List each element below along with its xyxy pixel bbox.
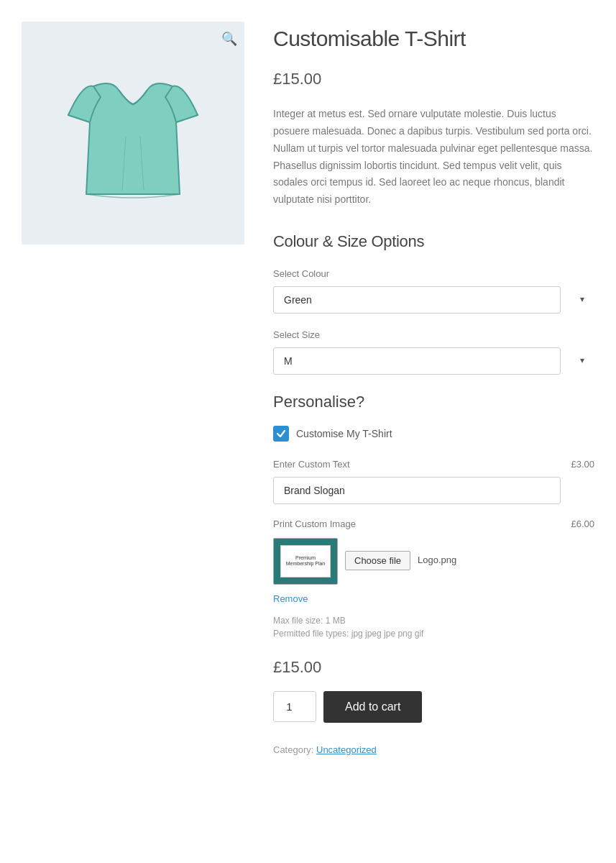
size-select[interactable]: XS S M L XL — [273, 347, 561, 375]
size-select-wrapper: XS S M L XL ▾ — [273, 347, 594, 375]
choose-file-button[interactable]: Choose file — [345, 551, 410, 570]
product-description: Integer at metus est. Sed ornare vulputa… — [273, 106, 594, 209]
checkmark-icon — [276, 429, 286, 439]
personalise-section: Personalise? Customise My T-Shirt Enter … — [273, 389, 594, 640]
size-select-arrow: ▾ — [580, 354, 584, 367]
permitted-types: Permitted file types: jpg jpeg jpe png g… — [273, 627, 594, 640]
product-layout: 🔍 — [22, 22, 594, 758]
preview-text: Premium Membership Plan — [283, 555, 328, 567]
image-upload-label: Print Custom Image — [273, 517, 356, 532]
zoom-icon[interactable]: 🔍 — [221, 29, 237, 50]
product-image-col: 🔍 — [22, 22, 244, 245]
personalise-title: Personalise? — [273, 389, 594, 414]
product-image-wrapper: 🔍 — [22, 22, 244, 245]
quantity-input[interactable] — [273, 691, 316, 722]
price-total: £15.00 — [273, 654, 594, 680]
colour-select[interactable]: Green Blue Red White Black — [273, 286, 561, 314]
custom-text-input[interactable] — [273, 477, 561, 504]
file-controls: Choose file Logo.png — [345, 551, 456, 575]
file-name-display: Logo.png — [418, 553, 456, 568]
category-label: Category: — [273, 744, 313, 755]
image-preview-inner: Premium Membership Plan — [280, 545, 331, 577]
product-price-display: £15.00 — [273, 66, 594, 91]
category-link[interactable]: Uncategorized — [316, 744, 377, 755]
colour-select-arrow: ▾ — [580, 293, 584, 306]
custom-text-field: Enter Custom Text £3.00 — [273, 457, 594, 504]
file-upload-row: Premium Membership Plan Choose file Logo… — [273, 538, 594, 588]
tshirt-illustration — [54, 50, 212, 216]
image-preview-area: Premium Membership Plan Choose file Logo… — [273, 538, 594, 640]
size-field: Select Size XS S M L XL ▾ — [273, 328, 594, 375]
colour-label: Select Colour — [273, 267, 594, 282]
product-details-col: Customisable T-Shirt £15.00 Integer at m… — [273, 22, 594, 758]
customise-checkbox[interactable] — [273, 426, 289, 442]
max-file-size: Max file size: 1 MB — [273, 614, 594, 627]
file-choose-row: Choose file Logo.png — [345, 551, 456, 570]
customise-checkbox-row: Customise My T-Shirt — [273, 426, 594, 442]
options-section-title: Colour & Size Options — [273, 229, 594, 254]
custom-text-price: £3.00 — [571, 457, 594, 472]
size-label: Select Size — [273, 328, 594, 343]
image-preview-box: Premium Membership Plan — [273, 538, 338, 585]
custom-text-label: Enter Custom Text — [273, 457, 350, 472]
add-to-cart-row: Add to cart — [273, 691, 594, 723]
custom-text-header: Enter Custom Text £3.00 — [273, 457, 594, 472]
add-to-cart-button[interactable]: Add to cart — [323, 691, 422, 723]
product-title: Customisable T-Shirt — [273, 22, 594, 56]
category-row: Category: Uncategorized — [273, 743, 594, 758]
colour-field: Select Colour Green Blue Red White Black… — [273, 267, 594, 314]
colour-select-wrapper: Green Blue Red White Black ▾ — [273, 286, 594, 314]
image-upload-section: Print Custom Image £6.00 Premium Members… — [273, 517, 594, 640]
customise-checkbox-label: Customise My T-Shirt — [296, 426, 392, 442]
remove-image-link[interactable]: Remove — [273, 592, 594, 607]
image-upload-header: Print Custom Image £6.00 — [273, 517, 594, 532]
page-container: 🔍 — [0, 0, 616, 780]
image-upload-price: £6.00 — [571, 517, 594, 532]
